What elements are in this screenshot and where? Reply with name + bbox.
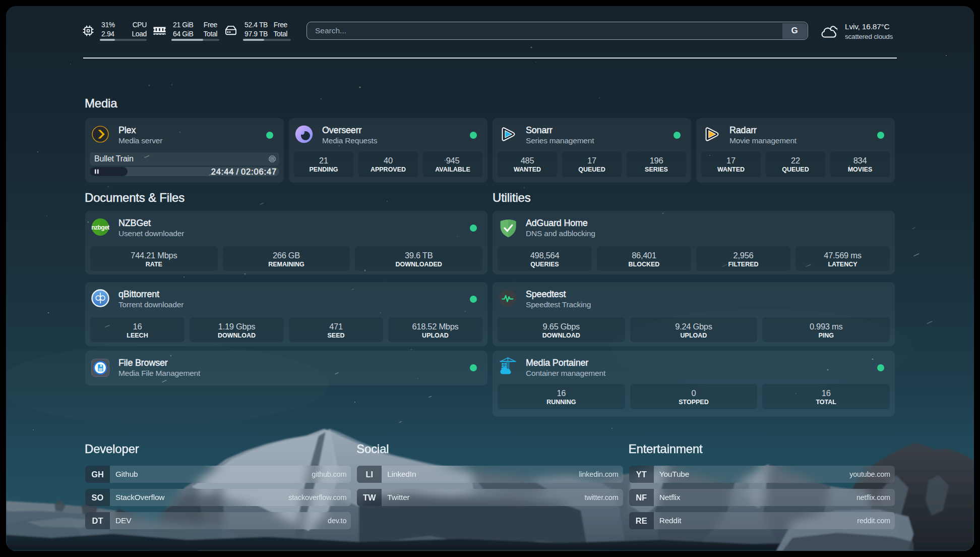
svg-text:nzbget: nzbget <box>91 224 109 231</box>
